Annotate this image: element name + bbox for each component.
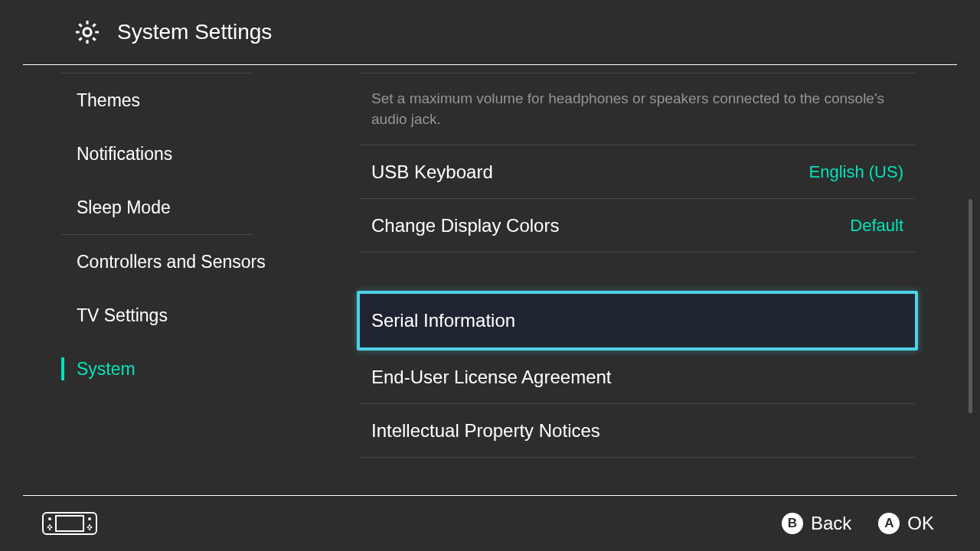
setting-value: Default — [850, 216, 903, 236]
svg-rect-2 — [56, 516, 83, 531]
setting-serial-information[interactable]: Serial Information — [357, 291, 918, 350]
setting-label: Serial Information — [371, 310, 515, 331]
sidebar-item-controllers[interactable]: Controllers and Sensors — [0, 235, 314, 289]
svg-point-7 — [49, 524, 51, 527]
gear-icon — [73, 18, 102, 47]
sidebar: Themes Notifications Sleep Mode Controll… — [0, 65, 314, 494]
scrollbar[interactable] — [969, 199, 972, 413]
sidebar-item-label: System — [77, 359, 136, 380]
setting-label: Intellectual Property Notices — [371, 420, 600, 442]
sidebar-item-system[interactable]: System — [0, 342, 314, 396]
svg-point-12 — [89, 528, 91, 530]
svg-point-11 — [89, 524, 91, 527]
setting-value: English (US) — [809, 162, 903, 182]
setting-description: Set a maximum volume for headphones or s… — [360, 73, 915, 145]
sidebar-item-label: Notifications — [77, 144, 172, 165]
setting-label: USB Keyboard — [371, 161, 493, 183]
footer-buttons: B Back A OK — [782, 513, 934, 534]
sidebar-item-themes[interactable]: Themes — [0, 73, 314, 127]
setting-usb-keyboard[interactable]: USB Keyboard English (US) — [360, 145, 915, 199]
setting-ip-notices[interactable]: Intellectual Property Notices — [360, 404, 915, 458]
main-panel: Set a maximum volume for headphones or s… — [314, 65, 980, 494]
ok-label: OK — [907, 513, 934, 534]
back-button[interactable]: B Back — [782, 513, 851, 534]
svg-point-4 — [88, 517, 91, 520]
sidebar-item-label: Themes — [77, 90, 140, 111]
setting-eula[interactable]: End-User License Agreement — [360, 350, 915, 404]
svg-point-0 — [83, 28, 91, 36]
ok-button[interactable]: A OK — [878, 513, 934, 534]
svg-point-3 — [48, 517, 51, 520]
sidebar-item-label: Sleep Mode — [77, 197, 171, 218]
header: System Settings — [23, 0, 957, 65]
setting-display-colors[interactable]: Change Display Colors Default — [360, 199, 915, 253]
footer: B Back A OK — [23, 495, 957, 551]
svg-point-8 — [49, 528, 51, 530]
a-button-icon: A — [878, 513, 900, 534]
svg-point-6 — [51, 527, 53, 529]
svg-point-9 — [87, 527, 90, 529]
sidebar-item-notifications[interactable]: Notifications — [0, 127, 314, 181]
spacer — [360, 253, 915, 291]
setting-label: End-User License Agreement — [371, 367, 612, 388]
svg-point-5 — [47, 527, 50, 529]
sidebar-item-label: TV Settings — [77, 305, 168, 326]
content: Themes Notifications Sleep Mode Controll… — [0, 65, 980, 494]
console-icon — [42, 512, 97, 535]
setting-label: Change Display Colors — [371, 215, 559, 236]
page-title: System Settings — [117, 20, 272, 44]
svg-point-10 — [90, 527, 93, 529]
sidebar-item-tv-settings[interactable]: TV Settings — [0, 289, 314, 342]
b-button-icon: B — [782, 513, 803, 534]
back-label: Back — [811, 513, 851, 534]
sidebar-item-label: Controllers and Sensors — [77, 252, 266, 272]
sidebar-item-sleep-mode[interactable]: Sleep Mode — [0, 181, 314, 234]
